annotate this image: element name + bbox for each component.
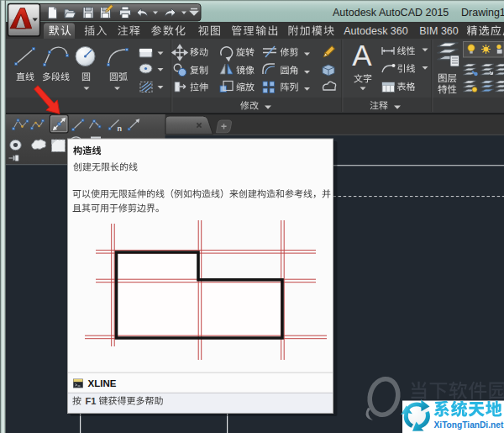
svg-text:F1: F1: [86, 396, 97, 406]
svg-text:BIM 360: BIM 360: [419, 25, 459, 37]
svg-text:Drawing1...: Drawing1...: [461, 7, 504, 18]
svg-text:XiTongTianDi.net: XiTongTianDi.net: [434, 420, 504, 430]
svg-text:Autodesk 360: Autodesk 360: [344, 25, 407, 37]
svg-text:n: n: [118, 124, 123, 133]
svg-text:XLINE: XLINE: [88, 378, 117, 388]
svg-text:A: A: [352, 39, 372, 71]
svg-text:Autodesk AutoCAD 2015: Autodesk AutoCAD 2015: [333, 7, 449, 18]
